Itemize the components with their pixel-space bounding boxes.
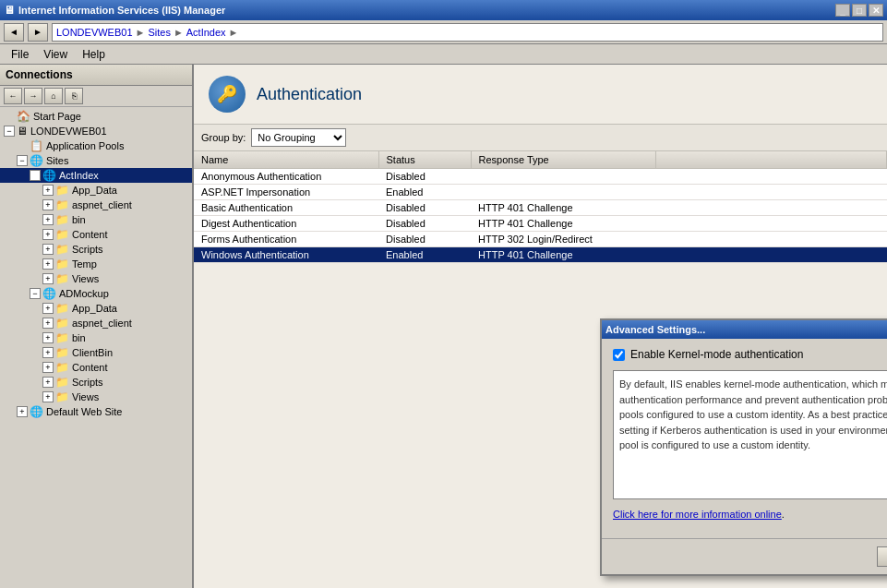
table-row[interactable]: ASP.NET ImpersonationEnabled bbox=[194, 185, 887, 200]
menu-file[interactable]: File bbox=[4, 46, 36, 63]
maximize-button[interactable]: □ bbox=[852, 4, 867, 17]
connections-toolbar: ← → ⌂ ⎘ bbox=[0, 86, 192, 107]
tree-item[interactable]: +🌐Default Web Site bbox=[0, 404, 192, 419]
tree-item[interactable]: +📁Content bbox=[0, 227, 192, 242]
col-status[interactable]: Status bbox=[378, 151, 471, 169]
cell-extra bbox=[655, 185, 887, 200]
tree-item[interactable]: −🌐Sites bbox=[0, 153, 192, 168]
tree-expander[interactable]: + bbox=[42, 347, 54, 358]
tree-item[interactable]: +📁Views bbox=[0, 390, 192, 404]
back-button[interactable]: ◄ bbox=[4, 23, 24, 42]
cell-name: Forms Authentication bbox=[194, 232, 378, 247]
col-extra bbox=[655, 151, 887, 169]
cell-extra bbox=[655, 169, 887, 185]
tree-expander[interactable]: + bbox=[42, 377, 54, 388]
tree-item[interactable]: −🌐ActIndex bbox=[0, 168, 192, 183]
table-row[interactable]: Windows AuthenticationEnabledHTTP 401 Ch… bbox=[194, 247, 887, 263]
menu-view[interactable]: View bbox=[36, 46, 75, 63]
tree-expander[interactable]: + bbox=[42, 318, 54, 329]
conn-btn-home[interactable]: ⌂ bbox=[44, 88, 63, 104]
tree-expander[interactable]: + bbox=[42, 229, 54, 240]
tree-expander[interactable]: + bbox=[42, 332, 54, 343]
tree-expander[interactable]: + bbox=[42, 199, 54, 210]
path-server[interactable]: LONDEVWEB01 bbox=[56, 27, 133, 38]
tree-item[interactable]: +📁App_Data bbox=[0, 301, 192, 316]
tree-item[interactable]: 🏠Start Page bbox=[0, 109, 192, 124]
tree-item[interactable]: 📋Application Pools bbox=[0, 138, 192, 153]
title-bar: 🖥 Internet Information Services (IIS) Ma… bbox=[0, 0, 887, 20]
tree-expander[interactable]: + bbox=[42, 244, 54, 255]
tree-expander[interactable]: − bbox=[30, 170, 41, 181]
advanced-settings-dialog[interactable]: Advanced Settings... ? ✕ Enable Kernel-m… bbox=[600, 318, 887, 576]
tree-expander[interactable]: + bbox=[17, 406, 28, 417]
dialog-title: Advanced Settings... bbox=[605, 324, 887, 335]
conn-btn-back[interactable]: ← bbox=[4, 88, 22, 104]
tree-item[interactable]: +📁bin bbox=[0, 212, 192, 227]
tree-item-label: LONDEVWEB01 bbox=[30, 126, 107, 137]
tree-item[interactable]: −🖥LONDEVWEB01 bbox=[0, 124, 192, 138]
tree-item-label: bin bbox=[72, 214, 86, 225]
tree-item[interactable]: +📁Temp bbox=[0, 257, 192, 271]
kernel-mode-checkbox[interactable] bbox=[613, 349, 625, 361]
tree-item-icon: 📁 bbox=[55, 198, 69, 211]
tree-item[interactable]: +📁Scripts bbox=[0, 242, 192, 257]
cell-status: Disabled bbox=[378, 216, 471, 232]
close-button[interactable]: ✕ bbox=[869, 4, 883, 17]
conn-btn-forward[interactable]: → bbox=[24, 88, 42, 104]
cell-name: Anonymous Authentication bbox=[194, 169, 378, 185]
tree-expander[interactable]: − bbox=[17, 155, 28, 166]
tree-item[interactable]: +📁Content bbox=[0, 360, 192, 375]
tree-item[interactable]: −🌐ADMockup bbox=[0, 286, 192, 301]
minimize-button[interactable]: _ bbox=[835, 4, 850, 17]
col-name[interactable]: Name bbox=[194, 151, 378, 169]
tree-item[interactable]: +📁App_Data bbox=[0, 183, 192, 198]
table-row[interactable]: Forms AuthenticationDisabledHTTP 302 Log… bbox=[194, 232, 887, 247]
cell-extra bbox=[655, 232, 887, 247]
window-title: Internet Information Services (IIS) Mana… bbox=[18, 5, 225, 16]
tree-expander[interactable]: + bbox=[42, 185, 54, 196]
tree-item-icon: 📁 bbox=[55, 361, 69, 374]
groupby-label: Group by: bbox=[201, 132, 246, 143]
tree-expander[interactable]: − bbox=[4, 126, 15, 137]
dialog-body: Enable Kernel-mode authentication By def… bbox=[602, 339, 887, 538]
table-row[interactable]: Basic AuthenticationDisabledHTTP 401 Cha… bbox=[194, 200, 887, 216]
more-info-link[interactable]: Click here for more information online bbox=[613, 509, 782, 520]
tree-item[interactable]: +📁aspnet_client bbox=[0, 316, 192, 330]
tree-item[interactable]: +📁aspnet_client bbox=[0, 198, 192, 212]
tree-item-icon: 📁 bbox=[55, 258, 69, 270]
forward-button[interactable]: ► bbox=[28, 23, 48, 42]
tree-expander[interactable]: + bbox=[42, 303, 54, 314]
path-sites[interactable]: Sites bbox=[148, 27, 170, 38]
connections-header: Connections bbox=[0, 65, 192, 86]
tree-item[interactable]: +📁ClientBin bbox=[0, 345, 192, 360]
ok-button[interactable]: OK bbox=[877, 546, 887, 567]
tree-expander[interactable]: + bbox=[42, 391, 54, 402]
window-controls: _ □ ✕ bbox=[835, 4, 883, 17]
connections-label: Connections bbox=[6, 68, 73, 81]
tree-item-label: Sites bbox=[46, 155, 68, 166]
tree-item-label: Start Page bbox=[33, 111, 81, 122]
table-row[interactable]: Anonymous AuthenticationDisabled bbox=[194, 169, 887, 185]
tree-item-label: ActIndex bbox=[59, 170, 99, 181]
cell-status: Disabled bbox=[378, 232, 471, 247]
tree-item[interactable]: +📁bin bbox=[0, 330, 192, 345]
tree-expander[interactable]: − bbox=[30, 288, 41, 299]
table-row[interactable]: Digest AuthenticationDisabledHTTP 401 Ch… bbox=[194, 216, 887, 232]
tree-item-icon: 📁 bbox=[55, 331, 69, 344]
tree-item-icon: 📁 bbox=[55, 317, 69, 330]
groupby-select[interactable]: No Grouping Status Response Type bbox=[251, 128, 346, 147]
tree-item-label: Views bbox=[72, 391, 99, 402]
menu-help[interactable]: Help bbox=[75, 46, 113, 63]
cell-extra bbox=[655, 200, 887, 216]
tree-item[interactable]: +📁Views bbox=[0, 271, 192, 286]
path-actindex[interactable]: ActIndex bbox=[186, 27, 226, 38]
tree-expander[interactable]: + bbox=[42, 273, 54, 284]
conn-btn-copy[interactable]: ⎘ bbox=[65, 88, 83, 104]
tree-expander[interactable]: + bbox=[42, 362, 54, 373]
tree-item[interactable]: +📁Scripts bbox=[0, 375, 192, 390]
tree-expander[interactable]: + bbox=[42, 214, 54, 225]
cell-name: ASP.NET Impersonation bbox=[194, 185, 378, 200]
tree-expander[interactable]: + bbox=[42, 258, 54, 270]
col-response[interactable]: Response Type bbox=[471, 151, 655, 169]
cell-status: Enabled bbox=[378, 247, 471, 263]
